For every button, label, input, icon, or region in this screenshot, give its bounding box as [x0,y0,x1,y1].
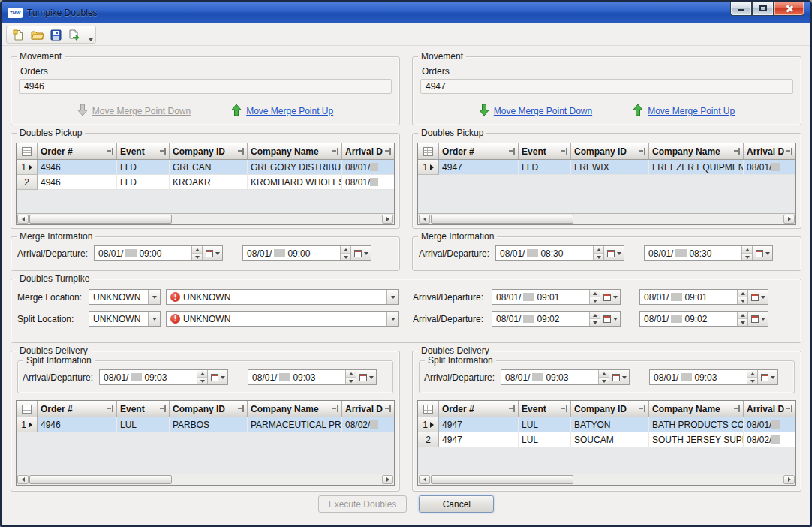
column-header-arrival-date[interactable]: Arrival D [744,143,795,159]
close-button[interactable] [774,2,804,16]
grid-corner-button[interactable] [17,143,38,159]
column-header-arrival-date[interactable]: Arrival D [744,401,795,417]
grid-row[interactable]: 2 4947 LUL SOUCAM SOUTH JERSEY SUPP... 0… [418,432,795,447]
grid-corner-button[interactable] [418,401,439,417]
column-header-event[interactable]: Event [519,401,571,417]
calendar-dropdown-button[interactable] [747,290,768,304]
split-arrival-datetime-right[interactable]: 08/01/09:03 [501,369,630,385]
column-header-order-number[interactable]: Order # [38,401,117,417]
split-departure-datetime-right[interactable]: 08/01/09:03 [649,369,778,385]
scrollbar-thumb[interactable] [29,215,172,224]
merge-departure-datetime-right[interactable]: 08/01/08:30 [644,245,773,261]
calendar-dropdown-button[interactable] [356,370,376,384]
spinner[interactable] [741,246,752,260]
column-header-arrival-date[interactable]: Arrival D [342,401,394,417]
spinner[interactable] [197,370,207,384]
scroll-right-button[interactable] [382,215,393,224]
spinner[interactable] [340,246,350,260]
column-header-order-number[interactable]: Order # [38,143,117,159]
scrollbar-thumb[interactable] [29,475,172,484]
save-icon[interactable] [47,27,64,42]
scrollbar-thumb[interactable] [431,475,573,484]
calendar-dropdown-button[interactable] [603,246,624,260]
calendar-dropdown-button[interactable] [752,246,772,260]
spinner[interactable] [737,312,747,326]
grid-row[interactable]: 2 4946 LLD KROAKR KROMHARD WHOLES... 08/… [17,175,394,190]
scrollbar-thumb[interactable] [431,215,573,224]
spinner[interactable] [593,246,603,260]
scroll-left-button[interactable] [419,215,430,224]
column-header-company-name[interactable]: Company Name [248,143,342,159]
spinner[interactable] [589,290,600,304]
spinner[interactable] [737,290,747,304]
column-header-event[interactable]: Event [519,143,571,159]
grid-row[interactable]: 1 4946 LUL PARBOS PARMACEUTICAL PR... 08… [17,417,394,432]
dropdown-button[interactable] [386,290,398,304]
merge-location-name-combobox[interactable]: !UNKNOWN [166,289,399,305]
column-header-arrival-date[interactable]: Arrival D [342,143,394,159]
maximize-button[interactable] [752,2,774,16]
horizontal-scrollbar[interactable] [17,474,394,485]
grid-row[interactable]: 1 4947 LUL BATYON BATH PRODUCTS CO... 08… [418,417,795,432]
cancel-button[interactable]: Cancel [419,495,494,513]
grid-row[interactable]: 1 4947 LLD FREWIX FREEZER EQUIPMENT 08/0… [418,160,795,175]
scroll-right-button[interactable] [783,215,795,224]
move-merge-point-down-link[interactable]: Move Merge Point Down [479,104,592,119]
merge-location-code-combobox[interactable]: UNKNOWN [89,289,161,305]
spinner[interactable] [747,370,757,384]
scroll-right-button[interactable] [783,475,795,484]
grid-corner-button[interactable] [418,143,439,159]
horizontal-scrollbar[interactable] [418,213,795,224]
turnpike-split-departure-datetime[interactable]: 08/01/09:02 [639,311,768,327]
scroll-left-button[interactable] [17,215,29,224]
split-departure-datetime-left[interactable]: 08/01/09:03 [248,369,377,385]
move-merge-point-up-link[interactable]: Move Merge Point Up [231,104,333,119]
spinner[interactable] [191,246,202,260]
split-location-name-combobox[interactable]: !UNKNOWN [166,311,399,327]
calendar-dropdown-button[interactable] [747,312,768,326]
merge-arrival-datetime-left[interactable]: 08/01/09:00 [94,245,223,261]
turnpike-merge-departure-datetime[interactable]: 08/01/09:01 [639,289,768,305]
column-header-event[interactable]: Event [117,143,170,159]
grid-row[interactable]: 1 4946 LLD GRECAN GREGORY DISTRIBU... 08… [17,160,394,175]
column-header-company-name[interactable]: Company Name [649,143,744,159]
scroll-left-button[interactable] [419,475,430,484]
turnpike-merge-arrival-datetime[interactable]: 08/01/09:01 [492,289,621,305]
toolbar-overflow-icon[interactable] [89,38,93,41]
column-header-company-id[interactable]: Company ID [170,401,248,417]
horizontal-scrollbar[interactable] [17,213,394,224]
column-header-event[interactable]: Event [117,401,170,417]
new-document-icon[interactable] [10,27,26,42]
spinner[interactable] [345,370,356,384]
move-merge-point-up-link[interactable]: Move Merge Point Up [633,104,735,119]
column-header-order-number[interactable]: Order # [439,143,519,159]
horizontal-scrollbar[interactable] [418,474,795,485]
merge-arrival-datetime-right[interactable]: 08/01/08:30 [495,245,624,261]
calendar-dropdown-button[interactable] [757,370,777,384]
split-arrival-datetime-left[interactable]: 08/01/09:03 [99,369,228,385]
calendar-dropdown-button[interactable] [207,370,227,384]
calendar-dropdown-button[interactable] [350,246,371,260]
calendar-dropdown-button[interactable] [609,370,629,384]
column-header-order-number[interactable]: Order # [439,401,519,417]
open-folder-icon[interactable] [29,27,45,42]
merge-departure-datetime-left[interactable]: 08/01/09:00 [242,245,371,261]
spinner[interactable] [598,370,609,384]
dropdown-button[interactable] [386,312,398,326]
export-icon[interactable] [66,27,83,42]
spinner[interactable] [589,312,600,326]
column-header-company-id[interactable]: Company ID [170,143,248,159]
calendar-dropdown-button[interactable] [600,312,620,326]
dropdown-button[interactable] [148,312,160,326]
column-header-company-id[interactable]: Company ID [571,143,649,159]
scroll-left-button[interactable] [17,475,29,484]
split-location-code-combobox[interactable]: UNKNOWN [89,311,161,327]
calendar-dropdown-button[interactable] [202,246,222,260]
minimize-button[interactable] [730,2,752,16]
dropdown-button[interactable] [148,290,160,304]
turnpike-split-arrival-datetime[interactable]: 08/01/09:02 [492,311,621,327]
scroll-right-button[interactable] [382,475,393,484]
column-header-company-id[interactable]: Company ID [571,401,649,417]
calendar-dropdown-button[interactable] [600,290,620,304]
column-header-company-name[interactable]: Company Name [649,401,744,417]
